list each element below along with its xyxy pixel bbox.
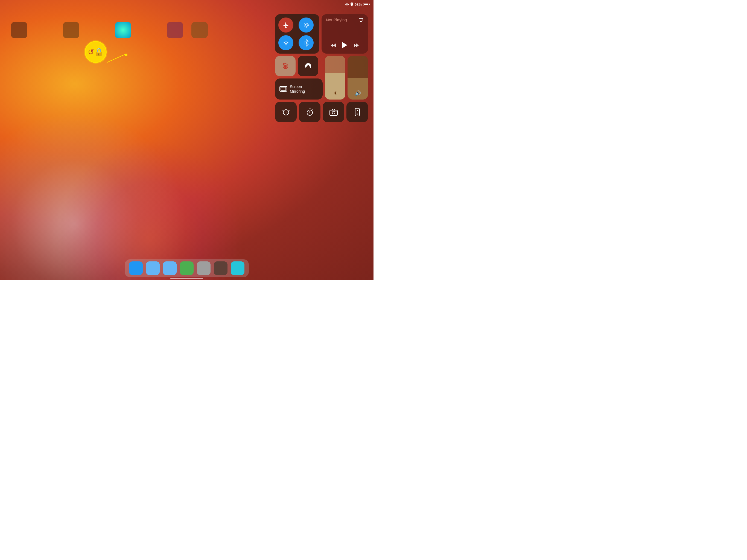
app-icon[interactable]	[115, 22, 131, 38]
svg-point-1	[305, 24, 307, 26]
airdrop-button[interactable]	[299, 18, 314, 32]
battery-percentage: 98%	[355, 2, 362, 6]
svg-point-9	[332, 111, 335, 114]
svg-rect-3	[284, 65, 287, 68]
cc-now-playing: Not Playing	[321, 14, 368, 54]
cc-left-col: Screen Mirroring	[275, 56, 323, 100]
callout-circle: ↺🔒	[85, 41, 107, 63]
volume-slider[interactable]: 🔊	[347, 56, 368, 100]
brightness-slider[interactable]: ☀	[325, 56, 345, 100]
volume-icon: 🔊	[355, 90, 361, 96]
cc-small-btns	[275, 56, 323, 76]
screen-mirroring-button[interactable]: Screen Mirroring	[275, 78, 323, 100]
not-playing-text: Not Playing	[326, 18, 347, 22]
app-icon[interactable]	[167, 22, 183, 38]
control-center: Not Playing	[275, 14, 368, 122]
wifi-icon	[345, 3, 349, 6]
svg-point-12	[357, 110, 358, 111]
cc-top-row: Not Playing	[275, 14, 368, 54]
media-play-button[interactable]	[342, 42, 348, 50]
media-prev-button[interactable]	[330, 43, 336, 49]
dock-icon-0[interactable]	[129, 261, 143, 275]
bluetooth-button[interactable]	[299, 35, 314, 50]
battery-icon	[363, 3, 369, 6]
app-icon[interactable]	[11, 22, 27, 38]
svg-rect-13	[357, 112, 358, 112]
cc-connectivity	[275, 14, 319, 54]
dock	[125, 259, 249, 277]
airplay-icon[interactable]	[358, 18, 364, 22]
camera-button[interactable]	[323, 102, 344, 122]
app-icon[interactable]	[63, 22, 79, 38]
dock-icon-2[interactable]	[163, 261, 177, 275]
screen-mirror-icon	[279, 86, 287, 92]
home-indicator	[170, 278, 203, 279]
media-next-button[interactable]	[353, 43, 359, 49]
alarm-button[interactable]	[275, 102, 297, 122]
wifi-button[interactable]	[278, 35, 293, 50]
dock-icon-3[interactable]	[180, 261, 194, 275]
callout-lock-icon: ↺🔒	[88, 48, 104, 57]
brightness-icon: ☀	[333, 90, 337, 96]
volume-fill	[347, 78, 368, 100]
cc-now-playing-header: Not Playing	[326, 18, 364, 22]
app-icon[interactable]	[191, 22, 208, 38]
dock-icon-5[interactable]	[214, 261, 228, 275]
dock-icon-1[interactable]	[146, 261, 160, 275]
dock-icon-4[interactable]	[197, 261, 210, 275]
rotation-lock-button[interactable]	[275, 56, 295, 76]
cc-bottom-row	[275, 102, 368, 122]
svg-rect-14	[357, 113, 358, 113]
cc-middle-row: Screen Mirroring ☀ 🔊	[275, 56, 368, 100]
airplane-mode-button[interactable]	[278, 18, 293, 32]
cc-sliders: ☀ 🔊	[325, 56, 368, 100]
dock-icon-6[interactable]	[231, 261, 244, 275]
svg-rect-5	[281, 87, 286, 91]
screen-mirroring-label: Screen Mirroring	[290, 84, 305, 94]
location-icon	[351, 2, 353, 6]
svg-point-10	[335, 111, 336, 111]
svg-rect-15	[357, 114, 358, 114]
cc-media-controls	[326, 42, 364, 50]
do-not-disturb-button[interactable]	[298, 56, 318, 76]
remote-button[interactable]	[346, 102, 368, 122]
status-bar: 98%	[0, 0, 374, 9]
timer-button[interactable]	[299, 102, 320, 122]
annotation-dot	[125, 54, 127, 56]
